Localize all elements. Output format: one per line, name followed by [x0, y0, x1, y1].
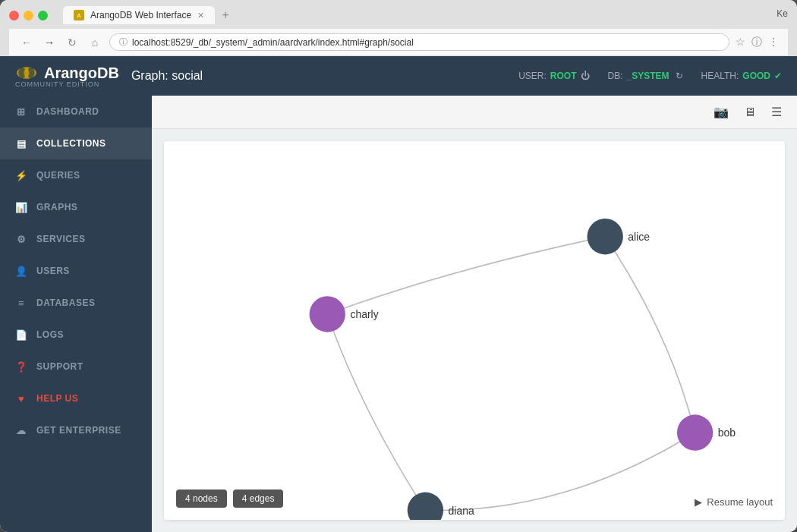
node-alice[interactable] — [588, 219, 623, 254]
close-button[interactable] — [9, 11, 19, 20]
content-toolbar: 📷 🖥 ☰ — [152, 96, 797, 129]
menu-dots-icon[interactable]: ☰ — [768, 102, 785, 122]
camera-icon[interactable]: 📷 — [710, 102, 732, 122]
logo-brand: ArangoDB — [15, 65, 119, 82]
support-icon: ❓ — [15, 360, 27, 373]
node-bob[interactable] — [677, 414, 713, 450]
edge-charly-diana — [327, 314, 425, 510]
health-value: GOOD — [742, 71, 770, 81]
tab-close-button[interactable]: ✕ — [197, 11, 204, 20]
graphs-icon: 📊 — [15, 201, 27, 213]
user-label: USER: — [518, 71, 547, 81]
sidebar-item-users[interactable]: 👤 USERS — [0, 255, 152, 287]
browser-titlebar: A ArangoDB Web Interface ✕ + Ke — [9, 6, 788, 24]
user-icon: ⏻ — [581, 71, 590, 81]
sidebar-label-graphs: GRAPHS — [36, 202, 77, 212]
sidebar-item-dashboard[interactable]: ⊞ DASHBOARD — [0, 96, 152, 127]
users-icon: 👤 — [15, 265, 27, 277]
node-diana[interactable] — [408, 493, 443, 520]
collections-icon: ▤ — [15, 137, 27, 150]
minimize-button[interactable] — [24, 11, 33, 20]
node-diana-label: diana — [449, 505, 474, 517]
helpus-icon: ♥ — [15, 392, 27, 405]
sidebar-item-databases[interactable]: ≡ DATABASES — [0, 287, 152, 319]
sidebar-item-graphs[interactable]: 📊 GRAPHS — [0, 191, 152, 223]
dashboard-icon: ⊞ — [15, 105, 27, 118]
active-tab[interactable]: A ArangoDB Web Interface ✕ — [63, 6, 215, 24]
lock-icon: ⓘ — [119, 36, 128, 48]
header-user: USER: ROOT ⏻ — [518, 71, 589, 81]
logo-area: ArangoDB COMMUNITY EDITION — [15, 65, 119, 88]
sidebar-label-collections: COLLECTIONS — [36, 138, 106, 149]
graph-svg: alice charly bob diana — [164, 141, 785, 520]
edges-badge: 4 edges — [233, 490, 284, 508]
sidebar-label-services: SERVICES — [36, 234, 85, 244]
browser-chrome: A ArangoDB Web Interface ✕ + Ke ← → ↻ ⌂ … — [0, 0, 797, 56]
header-right: USER: ROOT ⏻ DB: _SYSTEM ↻ HEALTH: GOOD … — [518, 71, 782, 81]
logo-text: ArangoDB — [44, 65, 119, 82]
node-charly[interactable] — [310, 296, 345, 332]
user-value: ROOT — [550, 71, 577, 81]
toolbar-actions: ☆ ⓘ ⋮ — [736, 36, 779, 49]
sidebar-item-helpus[interactable]: ♥ HELP US — [0, 382, 152, 414]
sidebar-label-queries: QUERIES — [36, 170, 80, 181]
header-health: HEALTH: GOOD ✔ — [701, 71, 782, 81]
sidebar-label-databases: DATABASES — [36, 297, 95, 308]
sidebar-label-dashboard: DASHBOARD — [36, 106, 99, 117]
traffic-lights — [9, 11, 48, 20]
home-button[interactable]: ⌂ — [87, 34, 103, 51]
back-button[interactable]: ← — [18, 34, 35, 51]
main-layout: ⊞ DASHBOARD ▤ COLLECTIONS ⚡ QUERIES 📊 GR… — [0, 96, 797, 532]
browser-window: A ArangoDB Web Interface ✕ + Ke ← → ↻ ⌂ … — [0, 0, 797, 532]
sidebar-label-helpus: HELP US — [36, 393, 78, 404]
content-area: 📷 🖥 ☰ — [152, 96, 797, 532]
resume-layout-label: Resume layout — [707, 496, 773, 508]
maximize-button[interactable] — [38, 11, 48, 20]
sidebar-item-collections[interactable]: ▤ COLLECTIONS — [0, 127, 152, 159]
tab-favicon: A — [74, 10, 84, 20]
refresh-button[interactable]: ↻ — [64, 34, 80, 51]
logo-svg — [15, 65, 38, 80]
app-header: ArangoDB COMMUNITY EDITION Graph: social… — [0, 56, 797, 96]
browser-user-initial: Ke — [777, 8, 788, 22]
svg-point-3 — [24, 68, 29, 77]
tab-title: ArangoDB Web Interface — [90, 10, 191, 20]
graph-title: Graph: social — [131, 69, 203, 83]
edge-diana-bob — [425, 433, 695, 511]
nodes-badge: 4 nodes — [176, 490, 227, 508]
bookmark-icon[interactable]: ☆ — [736, 36, 745, 49]
graph-canvas: alice charly bob diana 4 nodes 4 edges ▶ — [164, 141, 785, 520]
sidebar-item-services[interactable]: ⚙ SERVICES — [0, 223, 152, 255]
sidebar-item-enterprise[interactable]: ☁ GET ENTERPRISE — [0, 414, 152, 446]
services-icon: ⚙ — [15, 233, 27, 245]
health-label: HEALTH: — [701, 71, 739, 81]
forward-button[interactable]: → — [41, 34, 58, 51]
sidebar: ⊞ DASHBOARD ▤ COLLECTIONS ⚡ QUERIES 📊 GR… — [0, 96, 152, 532]
sidebar-label-logs: LOGS — [36, 329, 64, 340]
enterprise-icon: ☁ — [15, 424, 27, 436]
sidebar-item-support[interactable]: ❓ SUPPORT — [0, 351, 152, 382]
sidebar-label-users: USERS — [36, 266, 70, 276]
play-icon: ▶ — [695, 496, 702, 508]
info-icon[interactable]: ⓘ — [751, 36, 762, 49]
address-bar[interactable]: ⓘ localhost:8529/_db/_system/_admin/aard… — [109, 33, 729, 51]
menu-icon[interactable]: ⋮ — [768, 36, 779, 49]
resume-layout-button[interactable]: ▶ Resume layout — [695, 496, 773, 508]
node-bob-label: bob — [718, 427, 736, 439]
queries-icon: ⚡ — [15, 169, 27, 181]
sidebar-item-queries[interactable]: ⚡ QUERIES — [0, 159, 152, 191]
new-tab-button[interactable]: + — [215, 6, 236, 24]
edge-alice-bob — [605, 237, 695, 433]
edge-alice-charly — [327, 237, 605, 314]
favicon-icon: A — [77, 12, 80, 19]
address-text: localhost:8529/_db/_system/_admin/aardva… — [132, 37, 414, 48]
db-label: DB: — [608, 71, 623, 81]
db-refresh-icon[interactable]: ↻ — [676, 71, 683, 81]
logo-edition: COMMUNITY EDITION — [15, 80, 119, 88]
node-alice-label: alice — [628, 231, 650, 243]
db-value: _SYSTEM — [627, 71, 669, 81]
monitor-icon[interactable]: 🖥 — [741, 102, 759, 122]
sidebar-item-logs[interactable]: 📄 LOGS — [0, 319, 152, 351]
databases-icon: ≡ — [15, 297, 27, 309]
tab-bar: A ArangoDB Web Interface ✕ + — [63, 6, 770, 24]
